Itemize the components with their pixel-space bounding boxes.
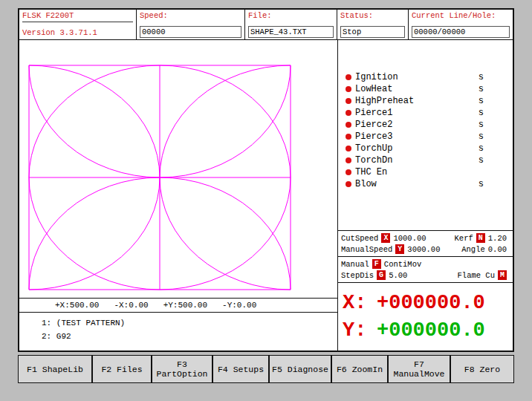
status-unit: s [479, 84, 484, 94]
manual-value: ContiMov [384, 260, 421, 269]
x-coordinate-value: +000000.0 [377, 292, 485, 314]
app-version: Version 3.3.71.1 [22, 28, 133, 38]
fkey-label: F3 [177, 359, 187, 369]
speed-label: Speed: [140, 11, 241, 21]
fkey-f8-zero[interactable]: F8 Zero [450, 355, 514, 383]
status-dot-icon [346, 98, 351, 104]
status-row-lowheat: LowHeat s [346, 83, 502, 95]
function-key-bar: F1 ShapeLib F2 Files F3 PartOption F4 Se… [18, 355, 514, 383]
status-dot-icon [346, 146, 351, 151]
y-axis-label: Y: [343, 319, 377, 342]
status-label: Ignition [355, 72, 398, 82]
x-axis-label: X: [343, 292, 377, 314]
program-line-2: 2: G92 [42, 330, 337, 343]
limit-x-min: -X:0.00 [114, 301, 148, 310]
status-row-blow: Blow s [346, 178, 502, 190]
status-label: TorchDn [355, 155, 392, 166]
stepdis-hotkey[interactable]: G [377, 270, 386, 280]
body: +X:500.00 -X:0.00 +Y:500.00 -Y:0.00 1: (… [19, 40, 513, 351]
fkey-f5-diagnose[interactable]: F5 Diagnose [269, 355, 331, 383]
fkey-f4-setups[interactable]: F4 Setups [213, 355, 269, 383]
cutspeed-hotkey[interactable]: X [381, 233, 390, 243]
brand-cell: FLSK F2200T Version 3.3.71.1 [19, 10, 137, 39]
status-row-pierce2: Pierce2 s [346, 119, 502, 131]
fkey-f7-manualmove[interactable]: F7 ManualMove [388, 355, 450, 383]
status-dot-icon [346, 110, 351, 116]
status-row-pierce3: Pierce3 s [346, 131, 502, 143]
manualspeed-hotkey[interactable]: Y [395, 244, 404, 254]
flame-hotkey[interactable]: M [498, 270, 507, 280]
limit-y-min: -Y:0.00 [222, 301, 256, 310]
kerf-label: Kerf [455, 234, 473, 243]
status-dot-icon [346, 157, 351, 163]
fkey-label: F8 Zero [464, 365, 500, 374]
right-column: Ignition s LowHeat s HighPreheat s [337, 40, 513, 351]
status-unit: s [479, 179, 484, 189]
status-unit: s [479, 120, 484, 130]
status-unit: s [479, 143, 484, 154]
angle-label: Angle [461, 245, 485, 254]
speed-params-box: CutSpeed X 1000.00 Kerf N 1.20 ManualSpe… [338, 230, 513, 256]
status-label: Status: [340, 11, 405, 21]
stepdis-line: StepDis G 5.00 Flame Cu M [341, 270, 510, 281]
status-dot-icon [346, 134, 351, 140]
speed-value: 00000 [140, 26, 241, 38]
kerf-value: 1.20 [488, 234, 507, 243]
fkey-label: F5 Diagnose [272, 365, 328, 374]
status-dot-icon [346, 86, 351, 92]
y-coordinate-value: +000000.0 [377, 319, 485, 342]
status-label: THC En [355, 167, 387, 177]
manualspeed-value: 3000.00 [407, 245, 440, 254]
manual-mode-line: Manual F ContiMov [341, 258, 510, 270]
fkey-label: F2 Files [101, 365, 142, 374]
status-row-thc-en: THC En [346, 166, 502, 178]
current-line-value: 00000/00000 [412, 26, 510, 38]
cutspeed-label: CutSpeed [341, 234, 378, 243]
io-status-list: Ignition s LowHeat s HighPreheat s [338, 40, 513, 230]
status-unit: s [479, 72, 484, 82]
fkey-label: F4 Setups [218, 365, 264, 374]
status-dot-icon [346, 169, 351, 175]
current-line-label: Current Line/Hole: [412, 11, 510, 21]
manualspeed-line: ManualSpeed Y 3000.00 Angle 0.00 [341, 244, 510, 255]
cnc-controller-screen: FLSK F2200T Version 3.3.71.1 Speed: 0000… [0, 0, 532, 401]
cutspeed-line: CutSpeed X 1000.00 Kerf N 1.20 [341, 232, 510, 244]
left-column: +X:500.00 -X:0.00 +Y:500.00 -Y:0.00 1: (… [19, 40, 337, 351]
cutspeed-value: 1000.00 [393, 234, 426, 243]
file-cell: File: SHAPE_43.TXT [245, 10, 337, 39]
fkey-f1-shapelib[interactable]: F1 ShapeLib [18, 355, 92, 383]
fkey-label2: ManualMove [393, 369, 444, 379]
limit-x-max: +X:500.00 [55, 301, 99, 310]
status-unit: s [479, 131, 484, 142]
test-pattern-drawing [29, 65, 291, 290]
status-unit: s [479, 155, 484, 166]
file-label: File: [248, 11, 334, 21]
status-label: HighPreheat [355, 96, 414, 106]
status-label: LowHeat [355, 84, 392, 94]
manual-hotkey[interactable]: F [372, 259, 381, 269]
fkey-f3-partoption[interactable]: F3 PartOption [152, 355, 213, 383]
flame-label: Flame Cu [458, 271, 495, 280]
status-row-torchdn: TorchDn s [346, 154, 502, 166]
file-value: SHAPE_43.TXT [248, 26, 334, 38]
current-line-cell: Current Line/Hole: 00000/00000 [409, 10, 513, 39]
status-label: TorchUp [355, 143, 392, 154]
status-row-highpreheat: HighPreheat s [346, 95, 502, 107]
status-unit: s [479, 96, 484, 106]
kerf-hotkey[interactable]: N [476, 233, 485, 243]
plot-area [19, 40, 337, 298]
fkey-f2-files[interactable]: F2 Files [92, 355, 152, 383]
fkey-label: F7 [414, 359, 424, 369]
limits-bar: +X:500.00 -X:0.00 +Y:500.00 -Y:0.00 [19, 298, 337, 312]
y-coordinate-row: Y: +000000.0 [343, 319, 508, 342]
status-cell: Status: Stop [337, 10, 409, 39]
status-dot-icon [346, 181, 351, 187]
header: FLSK F2200T Version 3.3.71.1 Speed: 0000… [19, 10, 513, 40]
program-line-1: 1: (TEST PATTERN) [42, 316, 337, 330]
status-label: Pierce2 [355, 120, 392, 130]
fkey-label: F6 ZoomIn [337, 365, 383, 374]
angle-value: 0.00 [488, 245, 507, 254]
fkey-f6-zoomin[interactable]: F6 ZoomIn [331, 355, 388, 383]
x-coordinate-row: X: +000000.0 [343, 292, 508, 314]
status-row-pierce1: Pierce1 s [346, 107, 502, 119]
